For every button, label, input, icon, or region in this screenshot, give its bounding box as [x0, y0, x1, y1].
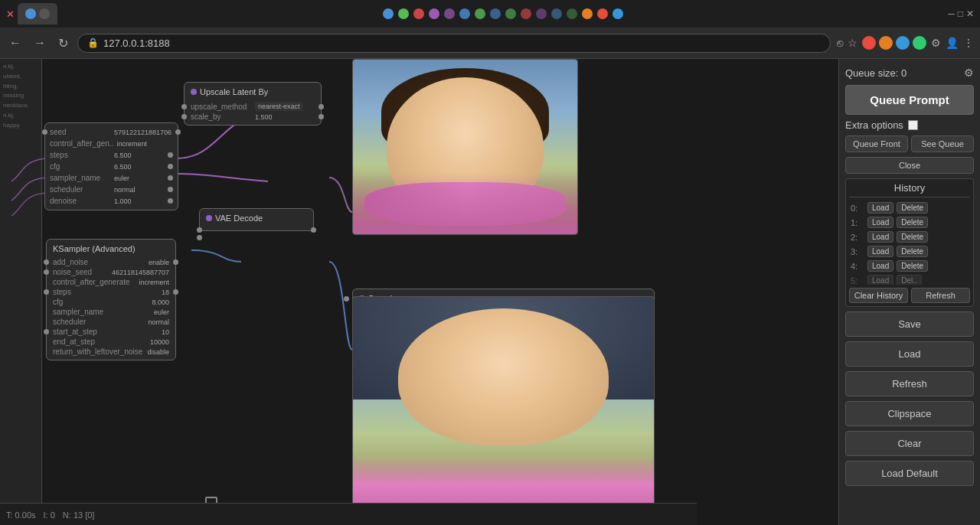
ksampler-noise-val: 46211814588​7707: [112, 269, 169, 276]
ksampler-end-label: end_at_step: [53, 338, 95, 346]
ksampler-title: KSampler (Advanced): [53, 243, 169, 255]
ksampler-sampler-label: sampler_name: [53, 308, 103, 316]
history-item-0: 0: Load Delete: [849, 201, 970, 215]
favicon-icon: [475, 8, 485, 19]
favicon-icon: [567, 8, 577, 19]
history-scroll[interactable]: 0: Load Delete 1: Load Delete 2: Load De…: [849, 201, 970, 285]
maximize-icon[interactable]: □: [958, 8, 963, 19]
ext-icon-4[interactable]: [913, 36, 926, 50]
favicon-icon: [398, 8, 409, 19]
queue-prompt-button[interactable]: Queue Prompt: [845, 85, 974, 115]
queue-actions-row: Queue Front See Queue: [845, 135, 974, 152]
tab-close-icon[interactable]: ✕: [6, 8, 15, 20]
node-scheduler-val: normal: [114, 186, 136, 194]
load-default-button[interactable]: Load Default: [845, 461, 974, 486]
ksampler-steps-val: 18: [162, 289, 169, 296]
queue-front-button[interactable]: Queue Front: [845, 135, 908, 152]
url-text: 127.0.0.1:8188: [103, 38, 170, 49]
reload-button[interactable]: ↻: [55, 33, 71, 54]
history-load-5[interactable]: Load: [867, 275, 893, 285]
node-sampler-val: euler: [114, 174, 129, 182]
image-preview-top: [352, 59, 578, 235]
ksampler-node[interactable]: KSampler (Advanced) add_noise enable noi…: [46, 239, 176, 360]
ksampler-cfg-val: 8.000: [152, 298, 169, 306]
window-close-icon[interactable]: ✕: [966, 8, 974, 19]
favicon-icon: [383, 8, 394, 19]
i-display: I: 0: [44, 510, 55, 520]
sidebar-text: hting,: [3, 82, 38, 92]
ksampler-start-val: 10: [162, 328, 169, 336]
history-item-5: 5: Load Del..: [849, 273, 970, 285]
clear-history-button[interactable]: Clear History: [849, 288, 908, 303]
node-steps-label: steps: [50, 151, 111, 159]
favicon-icon: [505, 8, 516, 19]
vae-title: VAE Decode: [206, 212, 307, 224]
history-title: History: [849, 182, 970, 197]
settings-icon[interactable]: ⚙: [964, 67, 974, 79]
node-denoise-val: 1.000: [114, 197, 132, 205]
node-cfg-val: 6.500: [114, 163, 132, 171]
clipspace-button[interactable]: Clipspace: [845, 401, 974, 426]
queue-size-text: Queue size: 0: [845, 67, 906, 79]
clear-button[interactable]: Clear: [845, 431, 974, 456]
ext-icon-1[interactable]: [862, 36, 876, 50]
extensions-icon[interactable]: ⚙: [931, 37, 941, 49]
favicon-icon: [612, 8, 623, 19]
history-delete-5[interactable]: Del..: [897, 275, 922, 285]
node-denoise-label: denoise: [50, 197, 111, 205]
extra-options-checkbox[interactable]: [908, 120, 918, 130]
node-seed-label: seed: [50, 128, 111, 136]
ksampler-start-label: start_at_step: [53, 328, 97, 336]
tab-bar: ✕ ─ □ ✕: [0, 0, 980, 28]
minimize-icon[interactable]: ─: [948, 8, 955, 19]
close-button[interactable]: Close: [845, 157, 974, 174]
history-delete-0[interactable]: Delete: [897, 202, 928, 214]
extra-options-row: Extra options: [845, 119, 974, 131]
node-seed-val: 579122121881706: [114, 129, 172, 136]
canvas-area[interactable]: n.kj, ulated, hting, missing necklace, n…: [0, 59, 838, 525]
forward-button[interactable]: →: [31, 33, 49, 53]
menu-icon[interactable]: ⋮: [963, 37, 974, 49]
history-section: History 0: Load Delete 1: Load Delete 2:…: [845, 178, 974, 307]
history-delete-2[interactable]: Delete: [897, 231, 928, 243]
favicon-icon: [551, 8, 562, 19]
back-button[interactable]: ←: [6, 33, 24, 53]
node-scheduler-label: scheduler: [50, 185, 111, 194]
profile-icon[interactable]: 👤: [946, 37, 959, 49]
ksampler-noise-label: noise_seed: [53, 268, 92, 276]
sidebar-text: n.kj,: [3, 62, 38, 72]
browser-tab-icons: [59, 8, 946, 19]
see-queue-button[interactable]: See Queue: [911, 135, 974, 152]
share-icon[interactable]: ⎋: [837, 37, 843, 49]
left-main-node[interactable]: seed 579122121881706 control_after_gen..…: [44, 122, 178, 210]
history-item-3: 3: Load Delete: [849, 244, 970, 259]
history-delete-1[interactable]: Delete: [897, 217, 928, 228]
history-delete-4[interactable]: Delete: [897, 260, 928, 272]
upscale-node[interactable]: Upscale Latent By upscale_method nearest…: [184, 82, 322, 126]
history-load-2[interactable]: Load: [867, 231, 893, 243]
extra-options-label: Extra options: [845, 119, 903, 131]
load-button[interactable]: Load: [845, 341, 974, 367]
history-load-0[interactable]: Load: [867, 202, 893, 214]
ksampler-control-label: control_after_generate: [53, 278, 130, 286]
sidebar-text: ulated,: [3, 72, 38, 82]
ext-icon-3[interactable]: [896, 36, 910, 50]
history-load-1[interactable]: Load: [867, 217, 893, 228]
address-bar[interactable]: 🔒 127.0.0.1:8188: [77, 34, 831, 53]
bookmark-icon[interactable]: ☆: [848, 37, 858, 49]
favicon-icon: [582, 8, 593, 19]
ksampler-addnoise-val: enable: [149, 259, 169, 266]
ksampler-return-label: return_with_leftover_noise: [53, 347, 142, 356]
ext-icon-2[interactable]: [879, 36, 893, 50]
left-sidebar: n.kj, ulated, hting, missing necklace, n…: [0, 59, 42, 525]
browser-chrome: ✕ ─ □ ✕: [0, 0, 980, 59]
ksampler-scheduler-val: normal: [148, 318, 169, 326]
nav-actions: ⎋ ☆ ⚙ 👤 ⋮: [837, 36, 974, 50]
refresh-history-button[interactable]: Refresh: [911, 288, 970, 303]
save-button[interactable]: Save: [845, 311, 974, 337]
refresh-button[interactable]: Refresh: [845, 371, 974, 396]
history-load-4[interactable]: Load: [867, 260, 893, 272]
history-load-3[interactable]: Load: [867, 246, 893, 257]
history-delete-3[interactable]: Delete: [897, 246, 928, 257]
vae-decode-node[interactable]: VAE Decode: [199, 208, 314, 231]
